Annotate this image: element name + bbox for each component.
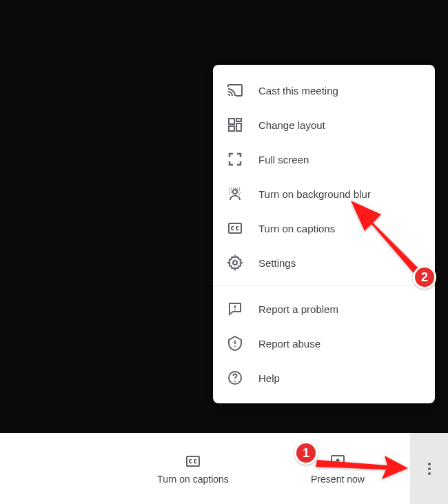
more-options-button[interactable] [410, 433, 448, 504]
captions-label: Turn on captions [157, 474, 229, 485]
gear-icon [227, 254, 243, 271]
video-area: Cast this meeting Change layout Full scr… [0, 0, 448, 433]
layout-icon [227, 117, 243, 133]
menu-item-layout[interactable]: Change layout [213, 108, 435, 142]
present-label: Present now [311, 474, 365, 485]
feedback-icon [227, 301, 243, 317]
svg-rect-2 [236, 123, 241, 131]
menu-label: Cast this meeting [258, 85, 338, 97]
menu-item-captions[interactable]: Turn on captions [213, 211, 435, 245]
menu-item-report-problem[interactable]: Report a problem [213, 292, 435, 326]
svg-point-10 [234, 345, 236, 347]
annotation-badge-2: 2 [413, 265, 436, 289]
present-now-button[interactable]: Present now [265, 433, 410, 504]
more-vertical-icon [428, 463, 431, 475]
captions-button[interactable]: Turn on captions [121, 433, 265, 504]
menu-label: Change layout [258, 119, 325, 131]
present-icon [329, 453, 346, 470]
menu-label: Full screen [258, 154, 309, 165]
menu-item-background-blur[interactable]: Turn on background blur [213, 177, 435, 211]
svg-rect-5 [229, 223, 241, 233]
svg-rect-3 [229, 126, 234, 131]
captions-icon [185, 453, 201, 470]
menu-item-settings[interactable]: Settings [213, 245, 435, 280]
cast-icon [227, 82, 243, 99]
menu-label: Report abuse [258, 338, 320, 350]
blur-person-icon [227, 185, 243, 202]
annotation-badge-1: 1 [294, 441, 318, 465]
svg-rect-1 [236, 119, 241, 121]
svg-point-12 [234, 381, 236, 382]
menu-label: Turn on background blur [258, 188, 371, 200]
more-options-menu: Cast this meeting Change layout Full scr… [213, 65, 435, 403]
menu-item-cast[interactable]: Cast this meeting [213, 73, 435, 108]
spacer [0, 433, 121, 504]
svg-rect-13 [187, 456, 199, 466]
fullscreen-icon [227, 151, 243, 168]
menu-item-help[interactable]: Help [213, 361, 435, 395]
svg-point-6 [233, 261, 237, 265]
menu-label: Report a problem [258, 303, 338, 315]
menu-label: Help [258, 372, 280, 384]
svg-point-8 [234, 310, 236, 311]
svg-rect-0 [229, 119, 234, 124]
captions-icon [227, 220, 243, 236]
help-icon [227, 370, 243, 386]
menu-item-report-abuse[interactable]: Report abuse [213, 326, 435, 361]
menu-divider [213, 285, 435, 286]
menu-label: Turn on captions [258, 223, 335, 234]
report-abuse-icon [227, 335, 243, 352]
menu-label: Settings [258, 257, 296, 269]
menu-item-fullscreen[interactable]: Full screen [213, 142, 435, 177]
bottom-toolbar: Turn on captions Present now [0, 433, 448, 504]
